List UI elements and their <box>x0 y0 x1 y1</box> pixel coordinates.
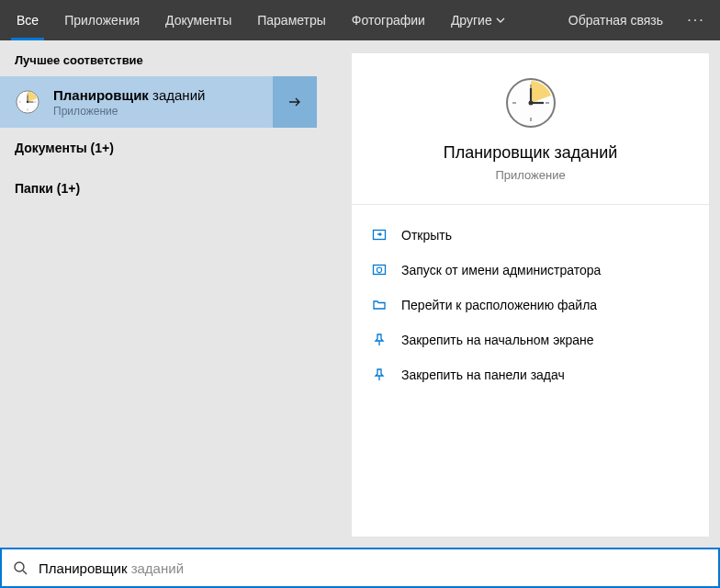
group-folders[interactable]: Папки (1+) <box>0 168 317 209</box>
filter-tabs: Все Приложения Документы Параметры Фотог… <box>0 0 720 40</box>
tab-other[interactable]: Другие <box>438 0 518 40</box>
result-text: Планировщик заданий Приложение <box>53 87 205 118</box>
result-title: Планировщик заданий <box>53 87 205 103</box>
best-match-header: Лучшее соответствие <box>0 40 317 76</box>
search-icon <box>13 560 28 575</box>
results-pane: Лучшее соответствие Планировщик задан <box>0 40 317 548</box>
result-subtitle: Приложение <box>53 105 205 118</box>
svg-line-19 <box>23 571 27 574</box>
preview-pane: Планировщик заданий Приложение Открыть З… <box>352 53 709 537</box>
expand-result-button[interactable] <box>273 76 317 128</box>
search-input[interactable] <box>39 549 707 586</box>
action-label: Перейти к расположению файла <box>401 298 597 312</box>
preview-title: Планировщик заданий <box>444 143 618 163</box>
action-label: Открыть <box>401 228 452 243</box>
tab-all[interactable]: Все <box>4 0 51 40</box>
tab-other-label: Другие <box>451 13 492 28</box>
action-label: Закрепить на панели задач <box>401 368 565 382</box>
group-documents[interactable]: Документы (1+) <box>0 128 317 168</box>
svg-point-18 <box>15 562 24 571</box>
tab-photos[interactable]: Фотографии <box>339 0 438 40</box>
shield-icon <box>372 263 387 277</box>
action-run-as-admin[interactable]: Запуск от имени администратора <box>372 256 689 284</box>
feedback-link[interactable]: Обратная связь <box>556 0 676 40</box>
pin-icon <box>372 368 387 382</box>
action-pin-start[interactable]: Закрепить на начальном экране <box>372 326 689 354</box>
pin-icon <box>372 333 387 347</box>
action-open[interactable]: Открыть <box>372 221 689 249</box>
arrow-right-icon <box>287 94 303 110</box>
action-open-location[interactable]: Перейти к расположению файла <box>372 291 689 319</box>
tab-documents[interactable]: Документы <box>152 0 244 40</box>
task-scheduler-icon <box>503 75 558 130</box>
preview-header: Планировщик заданий Приложение <box>352 53 709 205</box>
tab-apps[interactable]: Приложения <box>51 0 152 40</box>
chevron-down-icon <box>496 13 505 28</box>
tab-settings[interactable]: Параметры <box>244 0 339 40</box>
action-label: Запуск от имени администратора <box>401 263 601 277</box>
action-pin-taskbar[interactable]: Закрепить на панели задач <box>372 361 689 389</box>
search-bar: Планировщик заданий <box>0 548 720 588</box>
action-label: Закрепить на начальном экране <box>401 333 594 347</box>
best-match-result[interactable]: Планировщик заданий Приложение <box>0 76 317 128</box>
more-options-button[interactable]: ··· <box>676 0 716 40</box>
actions-list: Открыть Запуск от имени администратора П… <box>352 205 709 405</box>
folder-icon <box>372 298 387 312</box>
task-scheduler-icon <box>15 89 40 115</box>
preview-subtitle: Приложение <box>495 168 565 182</box>
open-icon <box>372 228 387 243</box>
